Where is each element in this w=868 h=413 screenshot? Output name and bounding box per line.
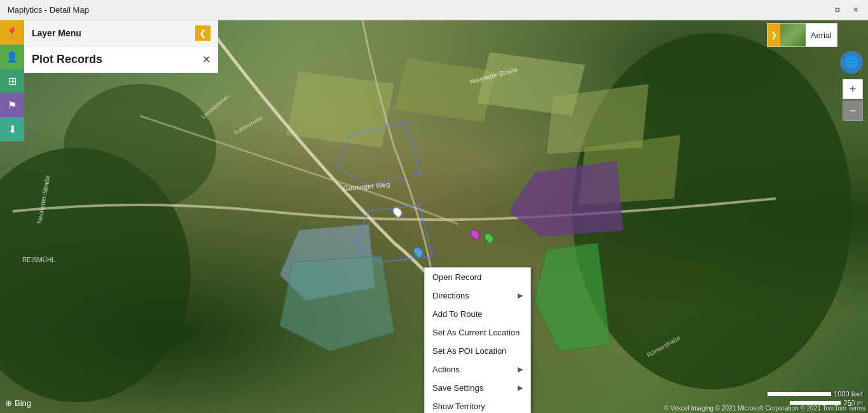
context-item-directions[interactable]: Directions ▶ [425, 286, 530, 305]
svg-marker-8 [509, 160, 623, 237]
context-item-show-territory[interactable]: Show Territory [425, 397, 530, 413]
scale-feet: 1000 feet [768, 390, 863, 398]
globe-button[interactable]: 🌐 [840, 51, 863, 74]
aerial-button[interactable]: ❯ Aerial [767, 23, 837, 47]
svg-marker-10 [280, 256, 394, 351]
context-item-actions[interactable]: Actions ▶ [425, 360, 530, 379]
layer-menu-panel: Layer Menu ❮ Plot Records ✕ [24, 20, 218, 73]
context-item-set-current-location[interactable]: Set As Current Location [425, 323, 530, 342]
plot-records-close[interactable]: ✕ [202, 53, 210, 66]
svg-marker-11 [534, 243, 610, 351]
svg-text:Sultanshohe: Sultanshohe [233, 115, 263, 136]
bing-logo: ⊕ Bing [5, 398, 31, 408]
sidebar-btn-person[interactable]: 👤 [0, 45, 24, 69]
window-title: Maplytics - Detail Map [0, 5, 830, 15]
plot-records-title: Plot Records [32, 53, 102, 66]
aerial-thumbnail [780, 24, 806, 46]
zoom-out-button[interactable]: − [843, 101, 863, 121]
aerial-label: Aerial [806, 31, 837, 40]
context-menu: Open Record Directions ▶ Add To Route Se… [424, 267, 531, 413]
layer-menu-toggle[interactable]: ❮ [195, 25, 210, 41]
context-item-open-record[interactable]: Open Record [425, 268, 530, 286]
svg-marker-3 [286, 71, 394, 148]
context-item-save-settings[interactable]: Save Settings ▶ [425, 379, 530, 397]
sidebar-btn-layers[interactable]: ⊞ [0, 69, 24, 93]
svg-text:Leutstettener...: Leutstettener... [200, 91, 233, 120]
layer-menu-header: Layer Menu ❮ [24, 20, 218, 46]
scale-feet-label: 1000 feet [834, 390, 863, 398]
sidebar-btn-download[interactable]: ⬇ [0, 117, 24, 141]
aerial-toggle-icon: ❯ [768, 24, 780, 46]
bing-text: Bing [15, 398, 31, 408]
map-attribution: © Vexcel Imaging © 2021 Microsoft Corpor… [661, 403, 868, 413]
sidebar-btn-location[interactable]: 📍 [0, 20, 24, 45]
restore-button[interactable]: ⧉ [830, 4, 845, 17]
save-settings-arrow: ▶ [518, 384, 523, 392]
scale-feet-line [768, 392, 831, 396]
svg-point-2 [64, 84, 216, 211]
window-chrome: Maplytics - Detail Map ⧉ ✕ [0, 0, 868, 20]
map-container: Gautinger Weg Neurieder-Straße Neurieder… [0, 20, 868, 413]
window-controls: ⧉ ✕ [830, 4, 868, 17]
zoom-in-button[interactable]: + [843, 79, 863, 99]
context-item-set-poi-location[interactable]: Set As POI Location [425, 342, 530, 360]
bing-icon: ⊕ [5, 398, 12, 408]
svg-text:REISMÜHL: REISMÜHL [22, 256, 55, 263]
sidebar-btn-flag[interactable]: ⚑ [0, 93, 24, 117]
plot-records-panel: Plot Records ✕ [24, 46, 218, 73]
context-item-add-to-route[interactable]: Add To Route [425, 305, 530, 323]
actions-arrow: ▶ [518, 365, 523, 374]
layer-menu-title: Layer Menu [32, 28, 81, 38]
sidebar: 📍 👤 ⊞ ⚑ ⬇ [0, 20, 24, 413]
close-button[interactable]: ✕ [848, 4, 863, 17]
directions-arrow: ▶ [518, 291, 523, 300]
